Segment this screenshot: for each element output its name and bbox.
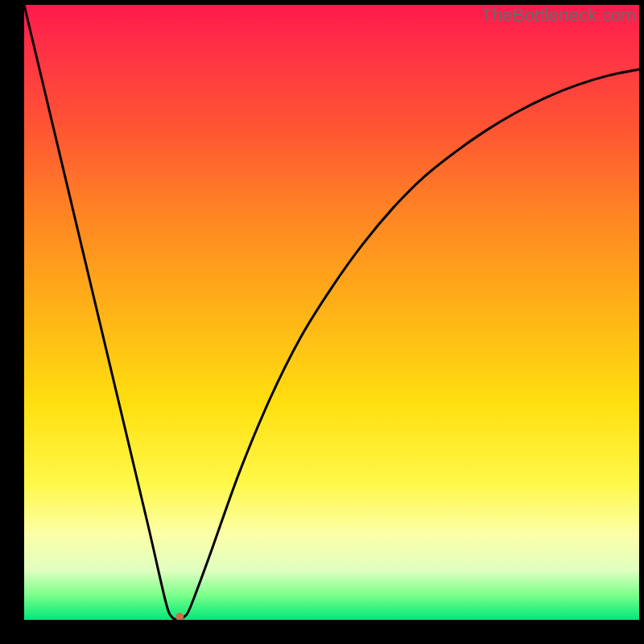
minimum-marker xyxy=(175,613,184,620)
chart-frame: TheBottleneck.com xyxy=(0,0,644,644)
bottleneck-curve-path xyxy=(24,5,639,620)
chart-svg xyxy=(24,5,639,620)
plot-area xyxy=(24,5,639,620)
watermark-text: TheBottleneck.com xyxy=(481,5,636,26)
